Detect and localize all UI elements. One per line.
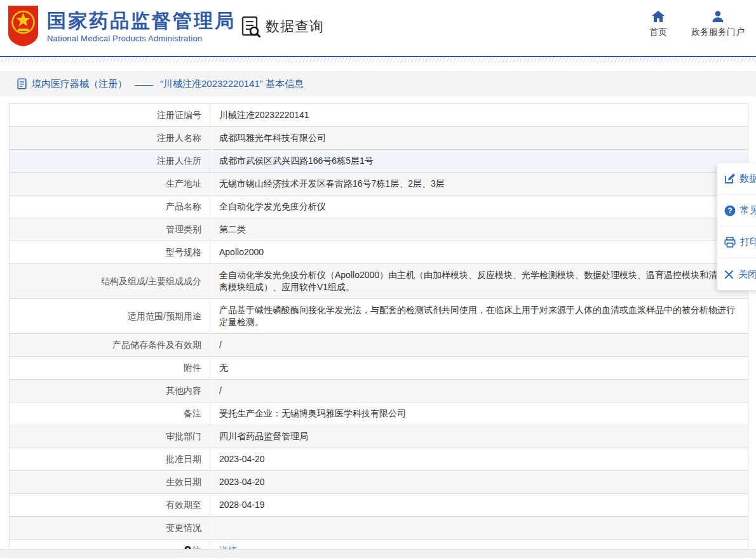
table-row: 管理类别第二类 [10,218,748,241]
row-value: 产品基于碱性磷酸酶间接化学发光法，与配套的检测试剂共同使用，在临床上用于对来源于… [210,299,748,334]
row-label: 型号规格 [10,241,210,264]
panel-item-faq[interactable]: ?常见问题 [717,195,756,227]
row-label-text: 附件 [184,362,201,373]
floating-tools-panel: 数据纠错?常见问题打印关闭 [717,163,756,290]
footer-strip [0,549,756,558]
table-row: 附件无 [10,357,748,380]
agency-title-block: 国家药品监督管理局 National Medical Products Admi… [47,10,236,43]
panel-item-label: 常见问题 [740,204,756,216]
table-row: 备注受托生产企业：无锡博奥玛雅医学科技有限公司 [10,402,748,425]
panel-item-label: 打印 [740,236,756,248]
row-label: 有效期至 [10,494,210,517]
user-icon [711,10,725,23]
row-label-text: 生效日期 [166,477,201,487]
row-value: 2028-04-19 [210,494,748,517]
panel-item-close[interactable]: 关闭 [717,258,756,290]
data-query-label: 数据查询 [266,17,324,36]
row-label-text: 注册证编号 [157,110,201,120]
table-row: 其他内容/ [10,380,748,402]
row-value: 受托生产企业：无锡博奥玛雅医学科技有限公司 [210,402,748,425]
panel-item-label: 关闭 [738,269,756,281]
row-label-text: 管理类别 [166,224,201,234]
agency-name-zh: 国家药品监督管理局 [47,10,236,32]
row-label: 其他内容 [10,380,210,402]
table-row: 适用范围/预期用途产品基于碱性磷酸酶间接化学发光法，与配套的检测试剂共同使用，在… [10,299,748,334]
panel-item-label: 数据纠错 [739,173,756,185]
agency-name-en: National Medical Products Administration [47,34,236,43]
row-value: 无锡市锡山经济技术开发区春雷路16号7栋1层、2层、3层 [210,173,748,196]
panel-item-data-correction[interactable]: 数据纠错 [717,163,756,195]
row-value: 四川省药品监督管理局 [210,425,748,448]
row-label-text: 变更情况 [166,522,201,533]
table-row: 有效期至2028-04-19 [10,494,748,517]
table-row: 型号规格Apollo2000 [10,241,748,264]
page: 国家药品监督管理局 National Medical Products Admi… [0,0,756,558]
panel-item-print[interactable]: 打印 [717,227,756,258]
nav-item-label: 首页 [649,27,667,38]
row-value: Apollo2000 [210,241,748,264]
nav-item-label: 政务服务门户 [691,27,745,38]
row-label-text: 有效期至 [166,500,201,510]
document-search-icon [240,15,262,38]
row-label: 审批部门 [10,425,210,448]
national-emblem-logo [7,4,39,46]
clipboard-icon [17,78,27,90]
nav-item-home[interactable]: 首页 [649,10,667,38]
row-label-text: 型号规格 [166,247,201,257]
row-value: 川械注准20232220141 [210,104,748,127]
breadcrumb-category[interactable]: 境内医疗器械（注册） [32,78,127,90]
table-row: 产品储存条件及有效期/ [10,334,748,357]
row-label: 结构及组成/主要组成成分 [10,264,210,299]
row-value: 成都玛雅光年科技有限公司 [210,127,748,150]
breadcrumb: 境内医疗器械（注册） —— “川械注准20232220141” 基本信息 [0,71,756,96]
question-icon: ? [724,205,736,216]
row-label-text: 审批部门 [166,431,201,441]
home-icon [651,10,665,23]
row-label: 注册证编号 [10,104,210,127]
table-row: 变更情况 [10,517,748,540]
registration-info-table: 注册证编号川械注准20232220141注册人名称成都玛雅光年科技有限公司注册人… [9,103,748,558]
hatch-strip [0,57,756,63]
table-row: 生效日期2023-04-20 [10,471,748,494]
row-label-text: 适用范围/预期用途 [128,311,201,321]
table-row: 产品名称全自动化学发光免疫分析仪 [10,196,748,218]
data-query-title: 数据查询 [240,15,324,38]
row-label: 适用范围/预期用途 [10,299,210,334]
table-row: 结构及组成/主要组成成分全自动化学发光免疫分析仪（Apollo2000）由主机（… [10,264,748,299]
row-label-text: 其他内容 [166,385,201,395]
row-label: 产品名称 [10,196,210,218]
row-value: 第二类 [210,218,748,241]
row-label-text: 批准日期 [166,454,201,464]
breadcrumb-separator: —— [135,79,152,90]
row-label-text: 注册人住所 [157,156,201,166]
row-value: / [210,380,748,402]
row-label: 注册人名称 [10,127,210,150]
breadcrumb-current: “川械注准20232220141” 基本信息 [160,78,304,90]
nav-item-gov-portal[interactable]: 政务服务门户 [691,10,745,38]
table-row: 注册人名称成都玛雅光年科技有限公司 [10,127,748,150]
edit-icon [724,173,735,184]
row-label: 产品储存条件及有效期 [10,334,210,357]
svg-text:?: ? [727,206,732,215]
row-value: 2023-04-20 [210,471,748,494]
table-row: 批准日期2023-04-20 [10,448,748,471]
row-value: 2023-04-20 [210,448,748,471]
row-value: 无 [210,357,748,380]
row-label: 注册人住所 [10,150,210,173]
row-label: 生效日期 [10,471,210,494]
top-nav: 首页政务服务门户 [649,10,745,38]
row-label-text: 注册人名称 [157,133,201,143]
row-value: 成都市武侯区武兴四路166号6栋5层1号 [210,150,748,173]
row-label: 备注 [10,402,210,425]
table-row: 生产地址无锡市锡山经济技术开发区春雷路16号7栋1层、2层、3层 [10,173,748,196]
row-value: / [210,334,748,357]
row-label: 管理类别 [10,218,210,241]
row-label: 生产地址 [10,173,210,196]
site-header: 国家药品监督管理局 National Medical Products Admi… [0,0,756,57]
row-label: 批准日期 [10,448,210,471]
table-row: 注册人住所成都市武侯区武兴四路166号6栋5层1号 [10,150,748,173]
close-icon [724,270,734,279]
table-row: 审批部门四川省药品监督管理局 [10,425,748,448]
row-label: 附件 [10,357,210,380]
row-value [210,517,748,540]
